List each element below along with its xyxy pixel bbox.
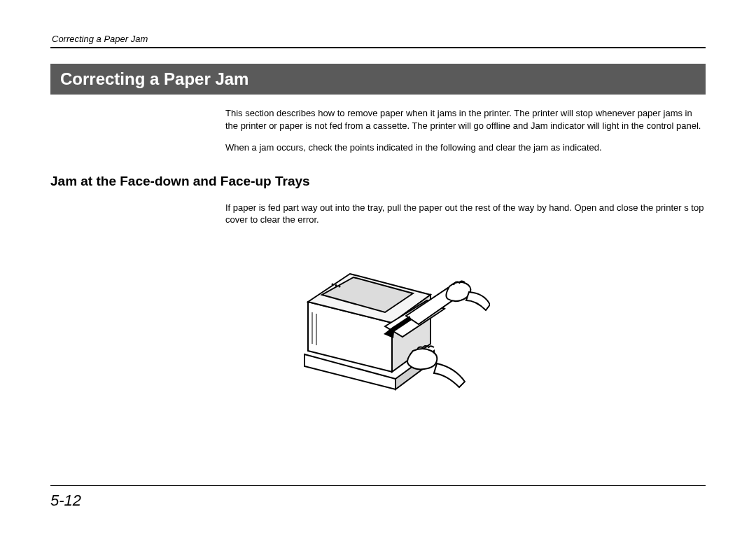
svg-point-12 (339, 285, 341, 287)
section-title: Correcting a Paper Jam (50, 64, 706, 95)
page-number: 5-12 (50, 492, 81, 510)
subsection-block: If paper is fed part way out into the tr… (50, 202, 706, 226)
intro-block: This section describes how to remove pap… (50, 107, 706, 154)
svg-point-10 (332, 283, 334, 285)
printer-illustration (266, 246, 490, 400)
svg-point-11 (335, 284, 337, 286)
subsection-paragraph-1: If paper is fed part way out into the tr… (225, 202, 706, 226)
footer-rule (50, 485, 706, 486)
subsection-heading: Jam at the Face-down and Face-up Trays (50, 174, 706, 189)
intro-paragraph-1: This section describes how to remove pap… (225, 107, 706, 132)
running-header: Correcting a Paper Jam (50, 34, 706, 44)
intro-paragraph-2: When a jam occurs, check the points indi… (225, 141, 706, 154)
header-rule (50, 47, 706, 48)
figure-container (50, 246, 706, 400)
